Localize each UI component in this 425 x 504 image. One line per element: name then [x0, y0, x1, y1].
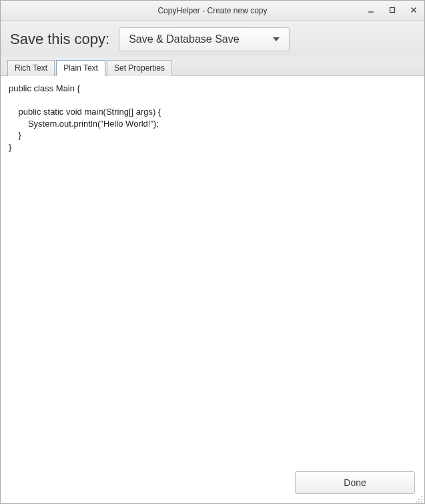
done-button[interactable]: Done [295, 471, 415, 494]
plain-text-editor[interactable]: public class Main { public static void m… [1, 76, 424, 465]
footer-bar: Done [1, 465, 424, 503]
minimize-icon [368, 7, 374, 15]
header-bar: Save this copy: Save & Database Save [1, 21, 424, 57]
maximize-icon [389, 7, 396, 15]
titlebar: CopyHelper - Create new copy [1, 1, 424, 21]
svg-rect-1 [390, 7, 395, 12]
save-mode-dropdown[interactable]: Save & Database Save [119, 27, 289, 51]
close-icon [410, 7, 417, 15]
tab-label: Rich Text [15, 63, 47, 73]
done-button-label: Done [344, 477, 366, 488]
dropdown-selected-text: Save & Database Save [129, 33, 239, 45]
svg-point-7 [421, 501, 422, 503]
tab-label: Plain Text [63, 63, 98, 73]
minimize-button[interactable] [360, 1, 382, 20]
chevron-down-icon [273, 37, 280, 41]
svg-point-4 [421, 496, 422, 497]
resize-grip-icon[interactable] [415, 494, 423, 502]
save-label: Save this copy: [10, 31, 109, 48]
window-controls [360, 1, 424, 20]
svg-point-5 [421, 499, 422, 500]
tab-label: Set Properties [114, 63, 165, 73]
svg-point-6 [418, 499, 420, 500]
app-window: CopyHelper - Create new copy Save this c… [0, 0, 425, 504]
close-button[interactable] [403, 1, 424, 20]
tab-plain-text[interactable]: Plain Text [56, 60, 105, 76]
maximize-button[interactable] [382, 1, 403, 20]
svg-point-9 [416, 501, 417, 503]
tab-set-properties[interactable]: Set Properties [107, 60, 172, 76]
tab-rich-text[interactable]: Rich Text [7, 60, 55, 76]
tab-bar: Rich Text Plain Text Set Properties [1, 57, 424, 76]
svg-point-8 [418, 501, 420, 503]
